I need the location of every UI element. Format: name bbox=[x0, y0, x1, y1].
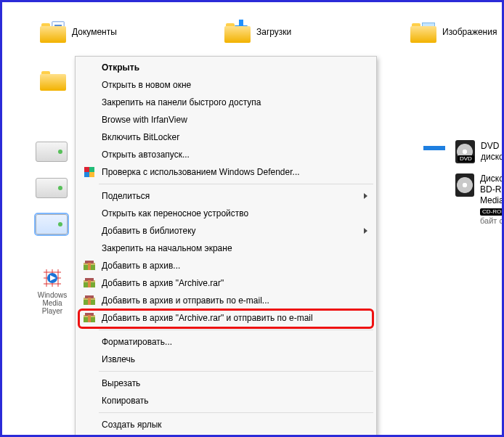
hdd-icon bbox=[36, 214, 68, 234]
menu-cut[interactable]: Вырезать bbox=[77, 375, 375, 392]
menu-label: Добавить в библиотеку bbox=[102, 226, 196, 236]
folder-icon bbox=[40, 21, 66, 43]
drive-subtitle: Media bbox=[480, 195, 504, 206]
library-downloads[interactable]: Загрузки bbox=[224, 21, 291, 43]
folder-icon bbox=[40, 69, 66, 91]
svg-rect-2 bbox=[84, 167, 89, 172]
menu-defender[interactable]: Проверка с использованием Windows Defend… bbox=[77, 163, 375, 181]
wmp-icon bbox=[41, 266, 64, 290]
menu-rar-add-named[interactable]: Добавить в архив "Archive.rar" bbox=[77, 274, 375, 292]
shield-icon bbox=[83, 166, 96, 179]
menu-rar-add[interactable]: Добавить в архив... bbox=[77, 257, 375, 274]
drive-item-selected[interactable] bbox=[36, 214, 68, 234]
menu-pin-quick-access[interactable]: Закрепить на панели быстрого доступа bbox=[77, 94, 375, 111]
menu-add-to-library[interactable]: Добавить в библиотеку bbox=[77, 222, 375, 240]
drive-dvd[interactable]: DVD DVD RW дисков bbox=[455, 140, 504, 163]
winrar-icon bbox=[83, 311, 96, 324]
menu-label: Проверка с использованием Windows Defend… bbox=[102, 167, 300, 177]
library-pictures[interactable]: Изображения bbox=[410, 21, 497, 43]
winrar-icon bbox=[83, 259, 96, 272]
library-label: Загрузки bbox=[256, 27, 291, 37]
menu-eject[interactable]: Извлечь bbox=[77, 351, 375, 368]
menu-label: Открыть в новом окне bbox=[102, 80, 191, 90]
hdd-icon bbox=[36, 178, 68, 198]
svg-rect-5 bbox=[89, 172, 94, 177]
menu-label: Открыть автозапуск... bbox=[102, 150, 190, 160]
menu-label: Добавить в архив... bbox=[102, 261, 180, 271]
svg-rect-13 bbox=[88, 280, 91, 287]
library-label: Изображения bbox=[442, 27, 497, 37]
menu-pin-start[interactable]: Закрепить на начальном экране bbox=[77, 240, 375, 257]
menu-rar-email[interactable]: Добавить в архив и отправить по e-mail..… bbox=[77, 292, 375, 309]
menu-label: Добавить в архив "Archive.rar" bbox=[102, 278, 224, 288]
folder-icon bbox=[224, 21, 251, 43]
menu-label: Копировать bbox=[102, 396, 149, 406]
menu-format[interactable]: Форматировать... bbox=[77, 333, 375, 351]
svg-rect-9 bbox=[88, 263, 91, 270]
menu-separator bbox=[99, 412, 373, 413]
menu-label: Форматировать... bbox=[102, 337, 172, 347]
folder-icon bbox=[410, 21, 436, 43]
cdrom-badge: CD-ROM bbox=[480, 208, 504, 216]
menu-label: Вырезать bbox=[102, 378, 140, 388]
svg-rect-4 bbox=[84, 172, 89, 177]
folder-item[interactable] bbox=[40, 69, 66, 91]
menu-autoplay[interactable]: Открыть автозапуск... bbox=[77, 146, 375, 163]
svg-rect-3 bbox=[89, 167, 94, 172]
menu-label: Закрепить на начальном экране bbox=[102, 243, 232, 253]
drive-title: DVD RW дисков bbox=[481, 141, 504, 163]
menu-label: Закрепить на панели быстрого доступа bbox=[102, 97, 261, 107]
menu-bitlocker[interactable]: Включить BitLocker bbox=[77, 128, 375, 146]
chevron-right-icon bbox=[364, 228, 367, 234]
winrar-icon bbox=[83, 277, 96, 290]
menu-separator bbox=[99, 184, 373, 184]
menu-rar-named-email[interactable]: Добавить в архив "Archive.rar" и отправи… bbox=[77, 309, 375, 327]
menu-label: Добавить в архив "Archive.rar" и отправи… bbox=[102, 313, 313, 323]
library-documents[interactable]: Документы bbox=[40, 21, 117, 43]
wmp-label-1: Windows bbox=[34, 291, 70, 299]
menu-copy[interactable]: Копировать bbox=[77, 392, 375, 409]
drive-bdrom[interactable]: Дисковод BD-R Media CD-ROM0 байт свободн bbox=[455, 173, 504, 226]
chevron-right-icon bbox=[364, 193, 367, 199]
drive-item[interactable] bbox=[36, 142, 68, 162]
menu-browse-irfanview[interactable]: Browse with IrfanView bbox=[77, 111, 375, 128]
menu-label: Browse with IrfanView bbox=[102, 115, 187, 125]
dvd-drive-icon: DVD bbox=[455, 140, 475, 163]
menu-label: Включить BitLocker bbox=[102, 132, 179, 142]
hdd-icon bbox=[36, 142, 68, 162]
menu-label: Открыть как переносное устройство bbox=[102, 208, 248, 218]
menu-label: Создать ярлык bbox=[102, 420, 162, 430]
library-label: Документы bbox=[72, 27, 117, 37]
menu-share[interactable]: Поделиться bbox=[77, 187, 375, 205]
drive-item[interactable] bbox=[36, 178, 68, 198]
menu-open[interactable]: Открыть bbox=[77, 59, 375, 76]
svg-rect-17 bbox=[88, 298, 91, 305]
menu-label: Извлечь bbox=[102, 354, 135, 364]
menu-label: Добавить в архив и отправить по e-mail..… bbox=[102, 295, 269, 306]
menu-separator bbox=[99, 330, 373, 330]
menu-separator bbox=[99, 371, 373, 372]
menu-label: Открыть bbox=[102, 62, 139, 73]
wmp-shortcut[interactable]: Windows Media Player bbox=[34, 266, 70, 315]
menu-rename[interactable]: Переименовать bbox=[77, 433, 375, 437]
winrar-icon bbox=[83, 294, 96, 307]
menu-portable-device[interactable]: Открыть как переносное устройство bbox=[77, 205, 375, 222]
wmp-label-2: Media Player bbox=[34, 299, 70, 315]
drive-title: Дисковод BD-R bbox=[480, 173, 504, 195]
bd-drive-icon bbox=[455, 173, 474, 197]
context-menu: Открыть Открыть в новом окне Закрепить н… bbox=[75, 56, 377, 437]
menu-create-shortcut[interactable]: Создать ярлык bbox=[77, 416, 375, 433]
menu-label: Поделиться bbox=[102, 191, 150, 201]
svg-rect-21 bbox=[88, 315, 91, 322]
menu-open-new-window[interactable]: Открыть в новом окне bbox=[77, 76, 375, 94]
drive-usage-bar bbox=[423, 146, 445, 150]
